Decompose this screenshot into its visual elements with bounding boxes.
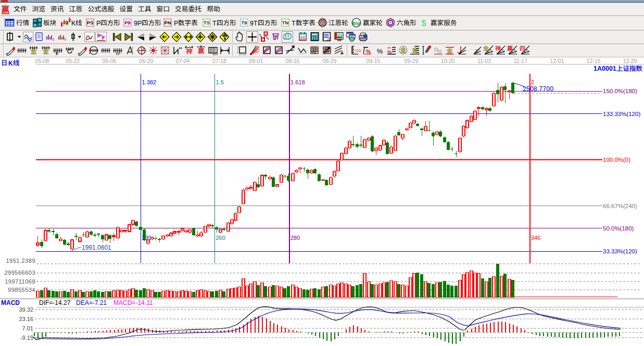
svg-text:Big: Big <box>352 20 361 26</box>
svg-text:39.32: 39.32 <box>19 306 33 313</box>
svg-text:1A0001: 1A0001 <box>594 65 616 72</box>
svg-text:2: 2 <box>531 79 534 85</box>
svg-text:MACD=-14.11: MACD=-14.11 <box>113 299 153 306</box>
svg-text:07-18: 07-18 <box>212 58 226 64</box>
svg-text:F: F <box>56 51 59 56</box>
svg-text:3: 3 <box>52 37 54 41</box>
svg-text:TN: TN <box>282 20 289 25</box>
svg-text:10-20: 10-20 <box>441 58 455 64</box>
svg-text:P9: P9 <box>124 20 131 25</box>
svg-text:11-03: 11-03 <box>477 58 491 64</box>
svg-text:100.0%(0): 100.0%(0) <box>603 157 630 163</box>
svg-text:280: 280 <box>291 235 300 241</box>
svg-text:1.618: 1.618 <box>291 79 305 85</box>
svg-text:99855534: 99855534 <box>8 287 35 293</box>
svg-text:7.01: 7.01 <box>22 325 33 331</box>
svg-text:50.0%(180): 50.0%(180) <box>603 225 634 232</box>
svg-text:12-01: 12-01 <box>550 58 564 64</box>
svg-text:PN: PN <box>164 20 171 25</box>
svg-text:K: K <box>71 20 76 27</box>
svg-text:23.16: 23.16 <box>19 316 33 322</box>
svg-text:1991.0601: 1991.0601 <box>82 244 111 251</box>
svg-text:$: $ <box>421 18 426 28</box>
svg-text:09-15: 09-15 <box>367 58 381 64</box>
svg-text:299566603: 299566603 <box>4 270 35 276</box>
svg-text:%: % <box>366 49 371 55</box>
svg-text:DEA=-7.21: DEA=-7.21 <box>76 299 107 306</box>
svg-text:123: 123 <box>212 53 218 56</box>
svg-text:12-15: 12-15 <box>587 58 601 64</box>
svg-text:2508.7700: 2508.7700 <box>523 85 553 93</box>
svg-text:%: % <box>377 47 383 55</box>
svg-text:12-29: 12-29 <box>623 58 637 64</box>
svg-text:199711068: 199711068 <box>5 278 35 285</box>
svg-text:33.33%(120): 33.33%(120) <box>603 248 637 254</box>
svg-text:06-20: 06-20 <box>140 58 154 64</box>
svg-text:08-29: 08-29 <box>323 58 337 64</box>
svg-text:K: K <box>8 60 13 67</box>
svg-text:133.33%(120): 133.33%(120) <box>603 111 640 117</box>
svg-text:9P: 9P <box>134 20 142 27</box>
svg-text:P: P <box>174 20 178 27</box>
svg-text:T: T <box>212 20 217 27</box>
svg-text:P: P <box>96 20 100 27</box>
svg-text:06-06: 06-06 <box>103 58 117 64</box>
svg-text:11-17: 11-17 <box>514 58 527 64</box>
svg-text:150.0%(180): 150.0%(180) <box>603 88 637 94</box>
svg-text:1951.2389: 1951.2389 <box>6 258 36 264</box>
svg-text:n²: n² <box>116 51 120 56</box>
svg-text:T: T <box>292 20 296 27</box>
svg-text:PS: PS <box>87 20 94 25</box>
svg-text:-9.15: -9.15 <box>20 335 33 341</box>
svg-text:21: 21 <box>300 35 306 41</box>
svg-text:346: 346 <box>531 235 540 241</box>
svg-text:1.5: 1.5 <box>216 79 224 85</box>
svg-text:1.382: 1.382 <box>142 79 157 85</box>
svg-text:260: 260 <box>216 235 225 241</box>
svg-text:08-01: 08-01 <box>249 58 263 64</box>
svg-text:123: 123 <box>355 49 361 53</box>
svg-text:08-15: 08-15 <box>286 58 300 64</box>
svg-text:07-04: 07-04 <box>176 58 190 64</box>
svg-text:05-22: 05-22 <box>66 58 80 64</box>
svg-text:TS: TS <box>204 20 210 25</box>
svg-text:09-29: 09-29 <box>405 58 419 64</box>
svg-text:9: 9 <box>64 37 66 41</box>
svg-text:T9: T9 <box>241 20 247 25</box>
svg-text:MACD: MACD <box>1 299 20 306</box>
svg-text:66.67%(240): 66.67%(240) <box>603 203 637 209</box>
svg-text:9T: 9T <box>250 20 258 27</box>
svg-text:05-08: 05-08 <box>35 58 49 64</box>
svg-text:DIF=-14.27: DIF=-14.27 <box>39 299 71 306</box>
